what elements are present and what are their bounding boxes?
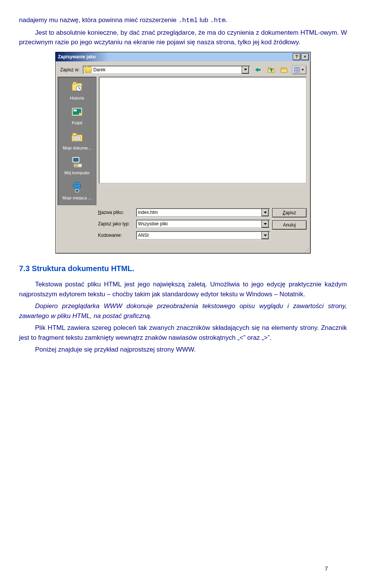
text: nadajemy mu nazwę, która powinna mieć ro…	[19, 16, 177, 24]
new-folder-button[interactable]	[279, 65, 289, 74]
network-icon	[71, 181, 83, 194]
chevron-down-icon[interactable]	[262, 220, 269, 228]
ext-html: .html	[178, 17, 198, 24]
text: lub	[199, 16, 208, 24]
svg-rect-3	[281, 67, 284, 69]
svg-rect-1	[268, 67, 271, 69]
computer-icon	[71, 156, 83, 169]
filename-label: NNazwa pliku:azwa pliku:	[98, 209, 132, 216]
page-number: 7	[325, 564, 328, 573]
paragraph-5: Plik HTML zawiera szereg poleceń tak zwa…	[19, 323, 347, 342]
folder-icon	[71, 131, 83, 144]
svg-rect-36	[75, 190, 79, 192]
chevron-down-icon[interactable]	[262, 231, 269, 239]
ext-htm: .htm	[210, 17, 226, 24]
svg-rect-31	[74, 164, 78, 165]
filetype-combo[interactable]: Wszystkie pliki	[136, 220, 270, 228]
text: .	[226, 16, 228, 24]
places-label: Pulpit	[72, 120, 82, 125]
save-in-combo[interactable]: Darek	[83, 66, 250, 74]
svg-rect-32	[74, 166, 78, 167]
places-label: Moje miejsca ...	[63, 196, 92, 200]
filename-input[interactable]: index.htm	[136, 208, 270, 217]
back-button[interactable]	[253, 65, 263, 74]
history-icon	[71, 81, 83, 94]
save-button[interactable]: Zapisz	[272, 208, 307, 217]
paragraph-3: Tekstowa postać pliku HTML jest jego naj…	[19, 280, 347, 299]
svg-rect-14	[73, 82, 77, 84]
places-label: Historia	[70, 96, 84, 100]
save-underline: Z	[283, 209, 285, 216]
save-in-label: Zapisz w:	[60, 66, 80, 73]
svg-rect-8	[295, 67, 299, 72]
section-heading: 7.3 Struktura dokumentu HTML.	[19, 263, 347, 274]
paragraph-1: nadajemy mu nazwę, która powinna mieć ro…	[19, 15, 347, 26]
file-listing[interactable]	[99, 77, 307, 183]
desktop-icon	[71, 106, 83, 119]
filename-value: index.htm	[138, 209, 262, 216]
encoding-label: Kodowanie:	[98, 232, 132, 239]
filetype-value: Wszystkie pliki	[138, 220, 262, 227]
paragraph-4: Dopiero przeglądarka WWW dokonuje przeob…	[19, 301, 347, 321]
folder-icon	[85, 67, 92, 73]
encoding-combo[interactable]: ANSI	[136, 231, 270, 239]
up-folder-button[interactable]	[266, 65, 276, 74]
dialog-title: Zapisywanie jako	[58, 53, 96, 60]
places-history[interactable]: Historia	[59, 79, 95, 104]
dialog-titlebar: Zapisywanie jako ? ×	[56, 52, 310, 61]
places-label: Moje dokume...	[63, 146, 91, 150]
places-myplaces[interactable]: Moje miejsca ...	[59, 179, 95, 204]
cancel-button[interactable]: Anuluj	[272, 220, 307, 230]
paragraph-6: Poniżej znajduje się przykład najprostsz…	[19, 345, 347, 355]
filetype-label: Zapisz jako typ:	[98, 220, 132, 227]
places-mydocuments[interactable]: Moje dokume...	[59, 129, 95, 154]
svg-point-21	[79, 113, 81, 115]
save-rest: apisz	[286, 209, 296, 216]
chevron-down-icon[interactable]	[242, 66, 249, 74]
places-label: Mój komputer	[64, 170, 90, 175]
svg-rect-29	[73, 158, 79, 162]
svg-rect-23	[72, 133, 77, 135]
chevron-down-icon[interactable]	[262, 209, 269, 216]
places-mycomputer[interactable]: Mój komputer	[59, 154, 95, 178]
save-as-dialog: Zapisywanie jako ? × Zapisz w: Darek	[55, 52, 311, 254]
help-button[interactable]: ?	[293, 53, 300, 60]
encoding-value: ANSI	[138, 232, 262, 239]
svg-rect-30	[74, 164, 82, 167]
save-in-value: Darek	[93, 66, 242, 73]
view-menu-button[interactable]	[292, 65, 307, 74]
close-button[interactable]: ×	[301, 53, 309, 60]
paragraph-2: Jest to absolutnie konieczne, by dać zna…	[19, 28, 347, 47]
resize-grip[interactable]	[56, 247, 310, 253]
places-desktop[interactable]: Pulpit	[59, 104, 95, 129]
places-bar: Historia Pulpit Moje dokume... Mój kompu…	[58, 77, 96, 206]
svg-rect-20	[74, 109, 77, 111]
